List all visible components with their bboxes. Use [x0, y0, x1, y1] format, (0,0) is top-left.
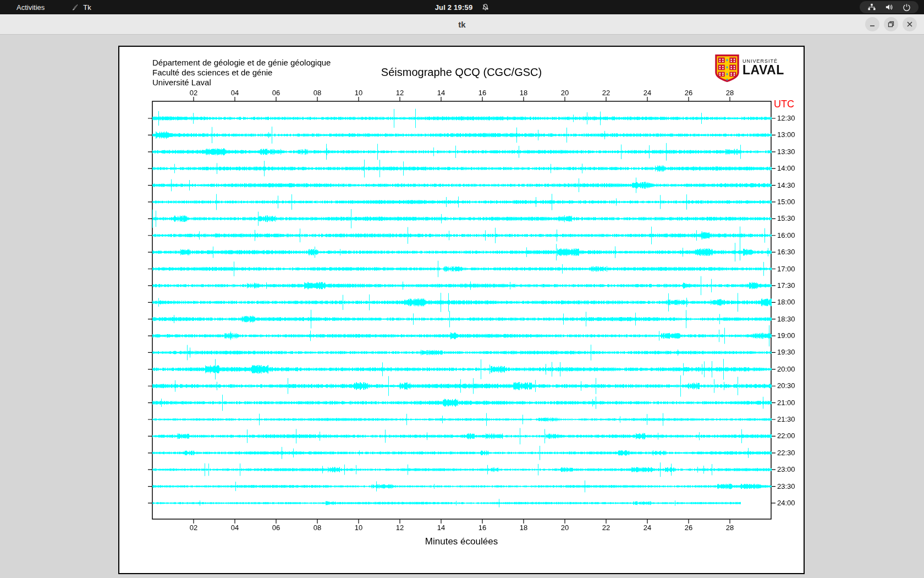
x-tick-label: 02 — [190, 89, 197, 97]
system-tray[interactable] — [860, 1, 919, 13]
network-icon — [867, 3, 876, 11]
notifications-disabled-icon — [481, 3, 489, 11]
row-label: 20:00 — [777, 365, 795, 373]
x-tick-label: 12 — [396, 524, 404, 532]
x-tick-label: 10 — [355, 524, 362, 532]
x-tick-label: 04 — [231, 89, 239, 97]
row-label: 18:30 — [777, 315, 795, 323]
address-line-3: Université Laval — [152, 78, 331, 88]
window-controls — [865, 17, 917, 31]
utc-axis-label: UTC — [774, 99, 794, 110]
seismograph-canvas: Département de géologie et de génie géol… — [118, 46, 805, 574]
row-label: 19:00 — [777, 331, 795, 340]
row-label: 24:00 — [777, 499, 795, 507]
address-line-1: Département de géologie et de génie géol… — [152, 58, 331, 68]
row-label: 12:30 — [777, 114, 795, 122]
logo-text-large: LAVAL — [743, 64, 784, 76]
x-tick-label: 16 — [479, 89, 486, 97]
x-tick-label: 12 — [396, 89, 404, 97]
x-tick-label: 28 — [726, 89, 734, 97]
x-tick-label: 22 — [602, 524, 610, 532]
tk-window-content: Département de géologie et de génie géol… — [0, 35, 924, 578]
x-tick-label: 20 — [561, 524, 569, 532]
x-tick-label: 18 — [520, 89, 527, 97]
clock-label: Jul 2 19:59 — [435, 3, 473, 12]
universite-laval-wordmark: UNIVERSITÉ LAVAL — [743, 58, 784, 76]
x-tick-label: 24 — [644, 89, 651, 97]
x-tick-label: 28 — [726, 524, 734, 532]
row-label: 22:30 — [777, 449, 795, 457]
focused-app-label: Tk — [83, 3, 91, 12]
seismogram-traces-canvas — [119, 47, 804, 573]
x-tick-label: 10 — [355, 89, 362, 97]
row-label: 14:30 — [777, 181, 795, 189]
tk-feather-icon — [71, 3, 79, 12]
row-label: 16:00 — [777, 231, 795, 239]
window-title: tk — [0, 20, 924, 29]
window-titlebar[interactable]: tk — [0, 14, 924, 35]
universite-laval-logo: UNIVERSITÉ LAVAL — [715, 54, 784, 84]
x-tick-label: 14 — [437, 89, 445, 97]
row-label: 20:30 — [777, 381, 795, 390]
maximize-button[interactable] — [884, 17, 898, 31]
activities-button[interactable]: Activities — [12, 3, 49, 12]
x-tick-label: 14 — [437, 524, 445, 532]
focused-app-indicator[interactable]: Tk — [71, 3, 91, 12]
x-tick-label: 08 — [314, 89, 321, 97]
row-label: 18:00 — [777, 298, 795, 306]
row-label: 19:30 — [777, 348, 795, 356]
row-label: 16:30 — [777, 248, 795, 256]
row-label: 21:30 — [777, 415, 795, 423]
x-tick-label: 20 — [561, 89, 569, 97]
volume-icon — [885, 3, 894, 11]
x-tick-label: 16 — [479, 524, 486, 532]
row-label: 13:00 — [777, 130, 795, 139]
x-axis-title: Minutes écoulées — [425, 536, 498, 547]
row-label: 13:30 — [777, 148, 795, 156]
x-tick-label: 06 — [272, 524, 280, 532]
close-button[interactable] — [903, 17, 917, 31]
row-label: 17:30 — [777, 281, 795, 290]
row-label: 17:00 — [777, 265, 795, 273]
x-tick-label: 26 — [685, 89, 692, 97]
universite-laval-shield-icon — [715, 54, 739, 84]
gnome-top-bar: Activities Tk Jul 2 19:59 — [0, 0, 924, 14]
address-line-2: Faculté des sciences et de génie — [152, 68, 331, 78]
x-tick-label: 04 — [231, 524, 239, 532]
plot-title: Séismographe QCQ (CGC/GSC) — [381, 66, 542, 79]
row-label: 22:00 — [777, 432, 795, 440]
row-label: 15:30 — [777, 214, 795, 222]
x-tick-label: 24 — [644, 524, 651, 532]
power-icon — [903, 3, 911, 12]
row-label: 14:00 — [777, 164, 795, 172]
minimize-button[interactable] — [865, 17, 879, 31]
x-tick-label: 02 — [190, 524, 197, 532]
x-tick-label: 18 — [520, 524, 527, 532]
x-tick-label: 26 — [685, 524, 692, 532]
x-tick-label: 08 — [314, 524, 321, 532]
row-label: 23:00 — [777, 465, 795, 473]
x-tick-label: 22 — [602, 89, 610, 97]
row-label: 21:00 — [777, 399, 795, 407]
row-label: 15:00 — [777, 198, 795, 206]
x-tick-label: 06 — [272, 89, 280, 97]
row-label: 23:30 — [777, 482, 795, 490]
clock-menu[interactable]: Jul 2 19:59 — [435, 3, 490, 12]
institution-address: Département de géologie et de génie géol… — [152, 58, 331, 88]
